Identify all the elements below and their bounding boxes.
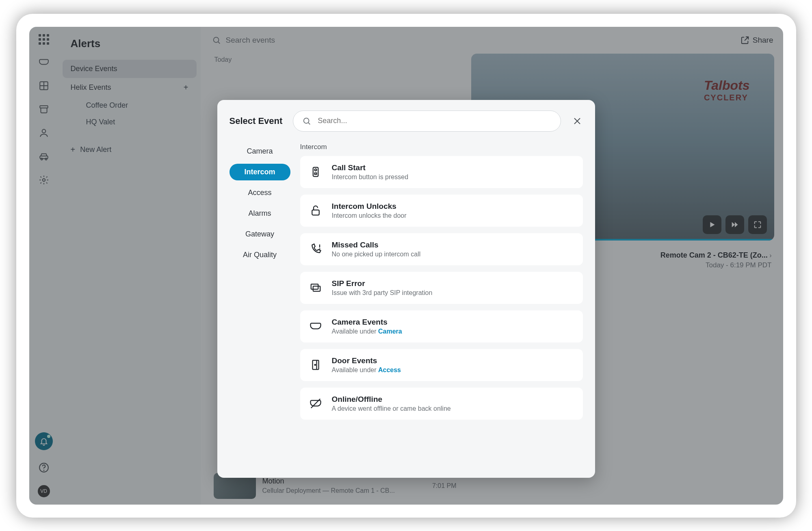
group-title: Intercom [300, 143, 583, 151]
close-icon [572, 116, 582, 126]
search-field[interactable] [318, 117, 551, 125]
type-door-events[interactable]: Door EventsAvailable under Access [300, 349, 583, 381]
missed-call-icon [308, 242, 323, 256]
link-access[interactable]: Access [378, 366, 401, 373]
unlock-icon [308, 203, 323, 218]
svg-line-14 [308, 123, 310, 124]
event-type-list: Intercom Call StartIntercom button is pr… [300, 143, 583, 478]
type-sip-error[interactable]: SIP ErrorIssue with 3rd party SIP integr… [300, 272, 583, 304]
svg-point-26 [314, 364, 316, 366]
category-list: Camera Intercom Access Alarms Gateway Ai… [230, 143, 290, 478]
type-call-start[interactable]: Call StartIntercom button is pressed [300, 156, 583, 188]
svg-point-18 [314, 169, 316, 171]
svg-point-13 [304, 118, 309, 123]
modal-search-input[interactable] [293, 111, 561, 132]
online-offline-icon [308, 396, 323, 411]
type-camera-events[interactable]: Camera EventsAvailable under Camera [300, 310, 583, 342]
modal-title: Select Event [230, 116, 283, 126]
category-alarms[interactable]: Alarms [230, 205, 290, 222]
category-intercom[interactable]: Intercom [230, 164, 290, 180]
link-camera[interactable]: Camera [378, 328, 402, 335]
type-online-offline[interactable]: Online/OfflineA device went offline or c… [300, 388, 583, 420]
type-intercom-unlocks[interactable]: Intercom UnlocksIntercom unlocks the doo… [300, 195, 583, 227]
category-gateway[interactable]: Gateway [230, 226, 290, 243]
camera-icon [308, 319, 323, 334]
intercom-device-icon [308, 165, 323, 179]
close-button[interactable] [572, 115, 583, 127]
select-event-modal: Select Event Camera Intercom Access Alar… [217, 100, 595, 478]
svg-rect-23 [311, 284, 318, 289]
category-camera[interactable]: Camera [230, 143, 290, 160]
svg-rect-19 [314, 173, 316, 175]
type-missed-calls[interactable]: Missed CallsNo one picked up intercom ca… [300, 233, 583, 265]
svg-rect-20 [312, 210, 319, 215]
category-air-quality[interactable]: Air Quality [230, 247, 290, 263]
sip-error-icon [308, 280, 323, 295]
category-access[interactable]: Access [230, 184, 290, 201]
door-icon [308, 358, 323, 372]
svg-rect-24 [313, 286, 320, 291]
svg-point-22 [319, 249, 320, 249]
search-icon [302, 117, 311, 126]
